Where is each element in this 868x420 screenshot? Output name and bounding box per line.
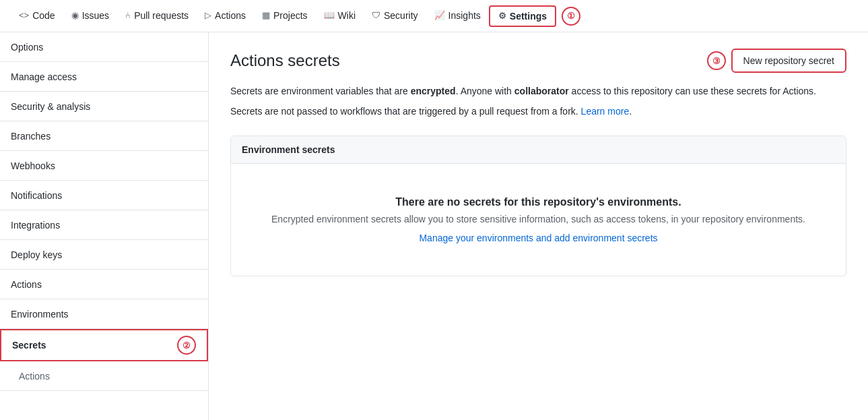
issues-icon: ◉ xyxy=(71,10,79,20)
secrets-empty-title: There are no secrets for this repository… xyxy=(242,196,835,208)
learn-more-link[interactable]: Learn more xyxy=(581,106,630,117)
pr-icon: ⑃ xyxy=(125,10,131,20)
sidebar-item-actions-sub[interactable]: Actions xyxy=(0,361,208,391)
top-nav: <> Code ◉ Issues ⑃ Pull requests ▷ Actio… xyxy=(0,0,868,32)
nav-pull-requests[interactable]: ⑃ Pull requests xyxy=(117,0,197,32)
annotation-2: ② xyxy=(177,336,196,355)
nav-actions[interactable]: ▷ Actions xyxy=(197,0,254,32)
annotation-3: ③ xyxy=(707,51,726,70)
page-header: Actions secrets ③ New repository secret xyxy=(230,49,846,73)
secrets-empty-state: There are no secrets for this repository… xyxy=(231,164,846,276)
sidebar-item-environments[interactable]: Environments xyxy=(0,299,208,329)
sidebar-item-notifications[interactable]: Notifications xyxy=(0,181,208,210)
description-line2: Secrets are not passed to workflows that… xyxy=(230,104,846,119)
description-line1: Secrets are environment variables that a… xyxy=(230,84,846,98)
actions-icon: ▷ xyxy=(205,10,211,20)
sidebar-item-options[interactable]: Options xyxy=(0,32,208,62)
nav-code[interactable]: <> Code xyxy=(11,0,63,32)
nav-wiki[interactable]: 📖 Wiki xyxy=(316,0,364,32)
manage-environments-link[interactable]: Manage your environments and add environ… xyxy=(419,233,657,243)
nav-issues[interactable]: ◉ Issues xyxy=(63,0,117,32)
environment-secrets-box: Environment secrets There are no secrets… xyxy=(230,136,846,276)
security-icon: 🛡 xyxy=(372,10,380,20)
sidebar-item-deploy-keys[interactable]: Deploy keys xyxy=(0,240,208,270)
sidebar: Options Manage access Security & analysi… xyxy=(0,32,209,420)
sidebar-item-security-analysis[interactable]: Security & analysis xyxy=(0,92,208,121)
settings-icon: ⚙ xyxy=(498,11,506,21)
new-repository-secret-button[interactable]: New repository secret xyxy=(731,49,846,73)
sidebar-item-actions[interactable]: Actions xyxy=(0,270,208,299)
sidebar-item-secrets[interactable]: Secrets ② xyxy=(0,329,208,361)
code-icon: <> xyxy=(19,10,29,20)
nav-security[interactable]: 🛡 Security xyxy=(364,0,426,32)
main-content: Actions secrets ③ New repository secret … xyxy=(209,32,868,420)
nav-settings[interactable]: ⚙ Settings xyxy=(489,5,556,27)
sidebar-item-branches[interactable]: Branches xyxy=(0,121,208,151)
nav-projects[interactable]: ▦ Projects xyxy=(254,0,316,32)
secrets-empty-description: Encrypted environment secrets allow you … xyxy=(242,214,835,224)
wiki-icon: 📖 xyxy=(324,10,335,20)
insights-icon: 📈 xyxy=(434,10,445,20)
projects-icon: ▦ xyxy=(262,10,270,20)
nav-insights[interactable]: 📈 Insights xyxy=(426,0,489,32)
annotation-1: ① xyxy=(562,7,580,26)
sidebar-item-webhooks[interactable]: Webhooks xyxy=(0,151,208,181)
main-layout: Options Manage access Security & analysi… xyxy=(0,32,868,420)
sidebar-item-manage-access[interactable]: Manage access xyxy=(0,62,208,92)
page-title: Actions secrets xyxy=(230,51,340,70)
environment-secrets-header: Environment secrets xyxy=(231,136,846,164)
sidebar-item-integrations[interactable]: Integrations xyxy=(0,210,208,240)
